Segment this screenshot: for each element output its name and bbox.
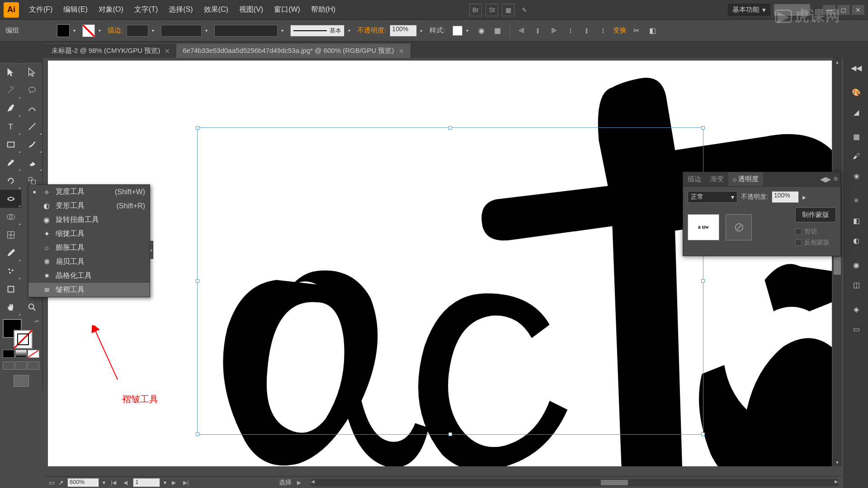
recolor-icon[interactable]: ◉ xyxy=(475,24,488,37)
draw-behind[interactable] xyxy=(15,361,27,370)
mask-icon[interactable]: ◧ xyxy=(646,24,659,37)
scroll-left-arrow[interactable]: ◀ xyxy=(311,479,315,484)
chevron-down-icon[interactable]: ▾ xyxy=(73,26,79,35)
shape-builder-tool[interactable] xyxy=(0,208,21,226)
chevron-down-icon[interactable]: ▾ xyxy=(281,26,287,35)
align-bottom-icon[interactable]: ⫶ xyxy=(597,24,609,37)
symbols-panel-icon[interactable]: ❀ xyxy=(844,166,868,186)
invert-mask-checkbox[interactable]: 反相蒙版 xyxy=(795,239,830,247)
maximize-button[interactable]: ◻ xyxy=(837,5,850,15)
menu-effect[interactable]: 效果(C) xyxy=(198,5,234,14)
opacity-input[interactable]: 100% xyxy=(390,25,417,37)
resize-handle[interactable] xyxy=(448,432,452,436)
graphic-style[interactable] xyxy=(453,26,462,36)
object-thumbnail[interactable]: a uw xyxy=(688,214,719,240)
selection-bounding-box[interactable] xyxy=(197,127,703,435)
zoom-input[interactable]: 600% xyxy=(67,478,99,487)
flyout-scallop-tool[interactable]: ❋ 扇贝工具 xyxy=(28,255,150,269)
color-mode-none[interactable] xyxy=(28,350,39,358)
eyedropper-tool[interactable] xyxy=(0,244,21,262)
horizontal-scrollbar[interactable]: ◀ ▶ xyxy=(311,479,838,486)
symbol-sprayer-tool[interactable] xyxy=(0,262,21,280)
flyout-bloat-tool[interactable]: ○ 膨胀工具 xyxy=(28,241,150,255)
resize-handle[interactable] xyxy=(701,432,705,436)
opacity-value-input[interactable]: 100% xyxy=(772,191,799,203)
tab-gradient[interactable]: 渐变 xyxy=(706,172,728,186)
brush-definition[interactable] xyxy=(214,25,278,37)
tab-document-2[interactable]: 6e74b33e53d0aa5d5256b47d49dc53a.jpg* @ 6… xyxy=(176,43,410,58)
chevron-down-icon[interactable]: ▾ xyxy=(205,26,211,35)
feather-icon[interactable]: ✎ xyxy=(518,4,531,16)
export-icon[interactable]: ↗ xyxy=(58,479,64,486)
resize-handle[interactable] xyxy=(701,279,705,283)
menu-select[interactable]: 选择(S) xyxy=(163,5,198,14)
tab-transparency[interactable]: ◇ 透明度 xyxy=(728,172,763,186)
rotate-tool[interactable] xyxy=(0,172,21,190)
menu-object[interactable]: 对象(O) xyxy=(93,5,129,14)
close-icon[interactable]: ✕ xyxy=(399,47,404,55)
flyout-tearoff[interactable]: ▸ xyxy=(150,241,153,259)
expand-dock-icon[interactable]: ◀◀ xyxy=(844,58,868,78)
blend-mode-select[interactable]: 正常 ▾ xyxy=(688,191,737,203)
paintbrush-tool[interactable] xyxy=(21,136,42,154)
stroke-color[interactable] xyxy=(82,24,95,37)
rectangle-tool[interactable] xyxy=(0,136,21,154)
menu-edit[interactable]: 编辑(E) xyxy=(58,5,93,14)
pen-tool[interactable] xyxy=(0,99,21,117)
chevron-down-icon[interactable]: ▾ xyxy=(348,26,354,35)
swatches-panel-icon[interactable]: ▦ xyxy=(844,127,868,146)
scroll-right-arrow[interactable]: ▶ xyxy=(835,479,838,484)
scroll-down-arrow[interactable]: ▼ xyxy=(833,458,842,466)
transparency-panel-icon[interactable]: ◐ xyxy=(844,230,868,250)
scroll-up-arrow[interactable]: ▲ xyxy=(833,58,842,66)
stroke-panel-icon[interactable]: ≡ xyxy=(844,191,868,211)
chevron-down-icon[interactable]: ▾ xyxy=(103,479,105,486)
eraser-tool[interactable] xyxy=(21,154,42,172)
first-artboard-icon[interactable]: |◀ xyxy=(109,479,118,486)
vertical-scrollbar[interactable]: ▲ ▼ xyxy=(833,58,842,466)
stroke-weight-input[interactable] xyxy=(127,25,148,37)
align-left-icon[interactable]: ⫷ xyxy=(515,24,528,37)
line-tool[interactable] xyxy=(21,117,42,136)
flyout-pucker-tool[interactable]: ✦ 缩拢工具 xyxy=(28,227,150,241)
tab-stroke[interactable]: 描边 xyxy=(683,172,706,186)
stroke-style-preview[interactable]: 基本 xyxy=(290,25,344,37)
clip-checkbox[interactable]: 剪切 xyxy=(795,228,830,236)
flyout-crystallize-tool[interactable]: ✷ 晶格化工具 xyxy=(28,269,150,283)
canvas[interactable] xyxy=(48,61,832,466)
mask-thumbnail[interactable]: ⊘ xyxy=(726,214,752,240)
scrollbar-thumb[interactable] xyxy=(834,257,841,275)
scrollbar-thumb[interactable] xyxy=(601,480,628,485)
width-tool[interactable] xyxy=(0,190,21,208)
mesh-tool[interactable] xyxy=(0,226,21,244)
flyout-twirl-tool[interactable]: ◉ 旋转扭曲工具 xyxy=(28,213,150,227)
type-tool[interactable]: T xyxy=(0,117,21,136)
artboard-nav-icon[interactable]: ▭ xyxy=(49,479,55,486)
color-mode-gradient[interactable] xyxy=(15,350,27,358)
menu-window[interactable]: 窗口(W) xyxy=(269,5,306,14)
flyout-warp-tool[interactable]: ◐ 变形工具 (Shift+R) xyxy=(28,199,150,213)
resize-handle[interactable] xyxy=(448,126,452,130)
prev-artboard-icon[interactable]: ◀ xyxy=(122,479,129,486)
align-top-icon[interactable]: ⫶ xyxy=(564,24,577,37)
stroke-label[interactable]: 描边: xyxy=(108,26,123,35)
color-guide-icon[interactable]: ◢ xyxy=(844,102,868,122)
menu-file[interactable]: 文件(F) xyxy=(24,5,58,14)
brushes-panel-icon[interactable]: 🖌 xyxy=(844,146,868,166)
align-icon[interactable]: ▦ xyxy=(491,24,504,37)
graphic-styles-icon[interactable]: ◫ xyxy=(844,275,868,295)
align-center-icon[interactable]: ⫿ xyxy=(532,24,544,37)
make-mask-button[interactable]: 制作蒙版 xyxy=(795,207,836,222)
draw-normal[interactable] xyxy=(3,361,14,370)
collapse-icon[interactable]: ◀▶ xyxy=(820,175,831,183)
color-panel-icon[interactable]: 🎨 xyxy=(844,82,868,102)
artboard-number-input[interactable]: 1 xyxy=(133,478,160,487)
isolate-icon[interactable]: ✂ xyxy=(630,24,643,37)
panel-grip[interactable] xyxy=(0,58,42,63)
status-menu-icon[interactable]: ▶ xyxy=(295,479,303,486)
chevron-down-icon[interactable]: ▾ xyxy=(99,26,104,35)
direct-selection-tool[interactable] xyxy=(21,63,42,81)
opacity-arrow-icon[interactable]: ▸ xyxy=(802,193,806,202)
search-input[interactable] xyxy=(774,4,810,16)
next-artboard-icon[interactable]: ▶ xyxy=(170,479,178,486)
